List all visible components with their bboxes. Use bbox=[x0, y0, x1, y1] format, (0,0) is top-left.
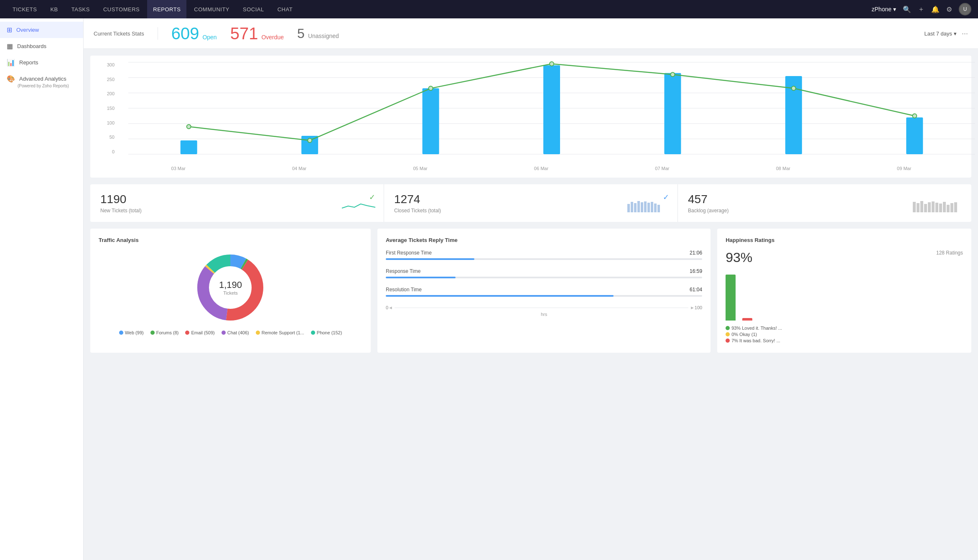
first-response-header: First Response Time 21:06 bbox=[386, 250, 702, 256]
svg-rect-32 bbox=[917, 203, 919, 212]
layout: ⊞ Overview ▦ Dashboards 📊 Reports 🎨 Adva… bbox=[0, 18, 978, 560]
sidebar: ⊞ Overview ▦ Dashboards 📊 Reports 🎨 Adva… bbox=[0, 18, 84, 560]
sidebar-item-dashboards[interactable]: ▦ Dashboards bbox=[0, 38, 83, 54]
avatar[interactable]: U bbox=[959, 3, 971, 15]
unassigned-num: 5 bbox=[297, 27, 305, 40]
nav-customers[interactable]: CUSTOMERS bbox=[97, 0, 145, 18]
reply-resolution: Resolution Time 61:04 bbox=[386, 287, 702, 297]
svg-rect-35 bbox=[928, 202, 931, 212]
stats-title: Current Tickets Stats bbox=[94, 31, 144, 37]
phone-dot bbox=[311, 331, 315, 335]
response-bar-fill bbox=[386, 277, 456, 278]
svg-rect-10 bbox=[543, 65, 560, 154]
svg-rect-23 bbox=[634, 203, 637, 212]
first-response-bar-bg bbox=[386, 258, 702, 260]
okay-dot bbox=[726, 332, 730, 336]
web-label: Web (99) bbox=[125, 330, 144, 335]
reply-first-response: First Response Time 21:06 bbox=[386, 250, 702, 260]
response-header: Response Time 16:59 bbox=[386, 268, 702, 274]
nav-tickets[interactable]: TICKETS bbox=[7, 0, 43, 18]
overdue-label: Overdue bbox=[261, 34, 284, 41]
happiness-header: 93% 128 Ratings bbox=[726, 250, 963, 265]
bottom-panels: Traffic Analysis bbox=[90, 229, 971, 353]
main-chart bbox=[118, 62, 978, 154]
chevron-down-icon: ▾ bbox=[954, 31, 957, 37]
response-bar-bg bbox=[386, 277, 702, 278]
x-label-07mar: 07 Mar bbox=[655, 166, 669, 171]
legend-chat: Chat (406) bbox=[222, 330, 249, 335]
okay-label: 0% Okay (1) bbox=[731, 332, 757, 337]
forums-label: Forums (8) bbox=[156, 330, 179, 335]
hleg-okay: 0% Okay (1) bbox=[726, 332, 963, 337]
resolution-bar-fill bbox=[386, 295, 614, 297]
hleg-bad: 7% It was bad. Sorry! ... bbox=[726, 338, 963, 343]
nav-chat[interactable]: CHAT bbox=[272, 0, 298, 18]
y-label-250: 250 bbox=[97, 77, 118, 82]
svg-rect-38 bbox=[939, 204, 942, 212]
x-label-03mar: 03 Mar bbox=[171, 166, 186, 171]
remote-label: Remote Support (1... bbox=[262, 330, 304, 335]
settings-icon[interactable]: ⚙ bbox=[946, 5, 952, 13]
svg-rect-37 bbox=[935, 203, 938, 212]
donut-center: 1,190 Tickets bbox=[219, 280, 242, 295]
svg-point-15 bbox=[308, 138, 312, 143]
plus-icon[interactable]: ＋ bbox=[918, 5, 925, 14]
bad-label: 7% It was bad. Sorry! ... bbox=[731, 338, 780, 343]
y-label-50: 50 bbox=[97, 135, 118, 140]
nav-kb[interactable]: KB bbox=[44, 0, 64, 18]
donut-wrapper: 1,190 Tickets Web (99) Forums (8) bbox=[99, 250, 362, 335]
chart-section: 300 250 200 150 100 50 0 03 Mar 04 Mar 0… bbox=[90, 56, 971, 178]
happiness-bar-good bbox=[726, 275, 736, 321]
brand-name[interactable]: zPhone ▾ bbox=[872, 6, 896, 13]
sidebar-item-overview[interactable]: ⊞ Overview bbox=[0, 22, 83, 38]
advanced-sub: (Powered by Zoho Reports) bbox=[7, 84, 69, 88]
nav-community[interactable]: COMMUNITY bbox=[188, 0, 235, 18]
bars-mini-svg bbox=[627, 200, 669, 212]
nav-items: TICKETS KB TASKS CUSTOMERS REPORTS COMMU… bbox=[7, 0, 872, 18]
nav-tasks[interactable]: TASKS bbox=[66, 0, 96, 18]
svg-rect-40 bbox=[947, 205, 950, 212]
happiness-percentage: 93% bbox=[726, 250, 752, 265]
backlog-bars-svg bbox=[913, 200, 963, 212]
sidebar-item-advanced[interactable]: 🎨 Advanced Analytics (Powered by Zoho Re… bbox=[0, 71, 83, 92]
sidebar-item-reports[interactable]: 📊 Reports bbox=[0, 54, 83, 71]
sidebar-label-reports: Reports bbox=[19, 59, 38, 66]
reply-response: Response Time 16:59 bbox=[386, 268, 702, 278]
nav-social[interactable]: SOCIAL bbox=[237, 0, 270, 18]
svg-rect-29 bbox=[654, 204, 657, 212]
svg-rect-41 bbox=[950, 203, 953, 212]
new-tickets-chart bbox=[342, 200, 375, 214]
svg-rect-22 bbox=[631, 202, 633, 212]
response-label: Response Time bbox=[386, 268, 420, 274]
closed-tickets-chart bbox=[627, 200, 669, 214]
panel-happiness: Happiness Ratings 93% 128 Ratings 93% Lo… bbox=[717, 229, 971, 353]
date-filter[interactable]: Last 7 days ▾ bbox=[924, 31, 957, 37]
happiness-legend: 93% Loved it. Thanks! ... 0% Okay (1) 7%… bbox=[726, 326, 963, 343]
legend-phone: Phone (152) bbox=[311, 330, 342, 335]
sparkline-svg bbox=[342, 200, 375, 212]
overdue-num: 571 bbox=[230, 25, 258, 42]
main-content: Current Tickets Stats 609 Open 571 Overd… bbox=[84, 18, 978, 560]
chart-wrapper: 300 250 200 150 100 50 0 03 Mar 04 Mar 0… bbox=[97, 62, 965, 171]
scale-line bbox=[395, 308, 688, 308]
metric-closed-tickets: 1274 Closed Tickets (total) ✓ bbox=[384, 184, 678, 222]
search-icon[interactable]: 🔍 bbox=[903, 5, 911, 13]
right-arrow-icon: ► bbox=[690, 305, 695, 310]
donut-chart: 1,190 Tickets bbox=[193, 250, 268, 325]
email-label: Email (509) bbox=[191, 330, 214, 335]
notification-icon[interactable]: 🔔 bbox=[931, 5, 940, 13]
reports-icon: 📊 bbox=[7, 59, 15, 66]
date-filter-label: Last 7 days bbox=[924, 31, 952, 37]
more-options-icon[interactable]: ··· bbox=[962, 29, 968, 38]
stat-overdue: 571 Overdue bbox=[230, 25, 284, 42]
first-response-bar-fill bbox=[386, 258, 474, 260]
nav-reports[interactable]: REPORTS bbox=[147, 0, 186, 18]
dashboards-icon: ▦ bbox=[7, 42, 13, 50]
first-response-time: 21:06 bbox=[690, 250, 702, 256]
svg-rect-25 bbox=[641, 202, 643, 212]
y-label-200: 200 bbox=[97, 91, 118, 96]
sidebar-label-dashboards: Dashboards bbox=[17, 43, 46, 49]
svg-rect-11 bbox=[664, 73, 681, 154]
svg-point-18 bbox=[670, 72, 675, 76]
good-label: 93% Loved it. Thanks! ... bbox=[731, 326, 782, 331]
